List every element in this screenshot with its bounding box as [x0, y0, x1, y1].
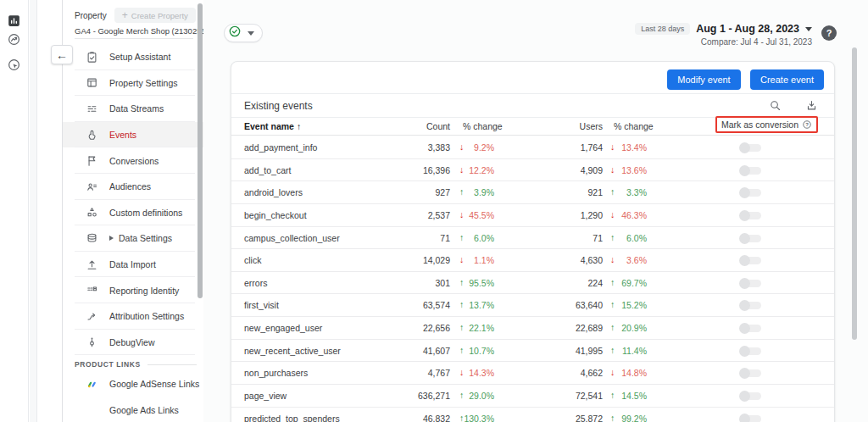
users-cell: 1,290	[581, 210, 603, 220]
users-change-cell: 3.6%	[626, 255, 647, 265]
sidebar-scrollbar[interactable]	[198, 3, 203, 298]
mark-as-conversion-toggle[interactable]	[739, 414, 761, 422]
sidebar-item-setup-assistant[interactable]: Setup Assistant	[63, 44, 203, 70]
users-change-arrow-icon: ↑	[610, 390, 615, 400]
users-change-arrow-icon: ↑	[610, 277, 615, 287]
menu-item-icon	[86, 232, 98, 245]
sidebar-item-debugview[interactable]: DebugView	[63, 330, 203, 356]
users-change-arrow-icon: ↑	[610, 322, 615, 332]
app-nav-rail	[0, 0, 29, 422]
sort-ascending-icon: ↑	[297, 121, 301, 131]
event-name-cell: page_view	[244, 391, 287, 401]
sidebar-item-reporting-identity[interactable]: Reporting Identity	[63, 277, 203, 303]
users-change-cell: 99.2%	[621, 414, 647, 422]
mark-as-conversion-toggle[interactable]	[739, 210, 761, 221]
modify-event-button[interactable]: Modify event	[667, 69, 741, 90]
reports-icon[interactable]	[7, 14, 21, 28]
product-links-menu: Google AdSense Links Google Ads Links	[63, 371, 203, 422]
mark-as-conversion-toggle[interactable]	[739, 165, 761, 176]
menu-item-label: Google AdSense Links	[109, 379, 199, 389]
count-change-arrow-icon: ↑	[459, 299, 464, 309]
count-cell: 2,537	[428, 210, 450, 220]
mark-as-conversion-toggle[interactable]	[739, 187, 761, 198]
sidebar-item-data-import[interactable]: Data Import	[63, 252, 203, 278]
menu-item-label: DebugView	[109, 337, 155, 347]
menu-item-icon	[86, 310, 98, 323]
sidebar-item-data-settings[interactable]: Data Settings	[63, 225, 203, 252]
sidebar-item-events[interactable]: Events	[63, 122, 203, 148]
table-row: click 14,029 ↓ 1.1% 4,630 ↓ 3.6%	[231, 249, 834, 272]
date-range-value: Aug 1 - Aug 28, 2023	[696, 23, 799, 35]
event-name-cell: click	[244, 255, 261, 265]
property-label: Property	[75, 11, 107, 20]
count-change-cell: 3.9%	[474, 187, 494, 197]
count-change-cell: 22.1%	[469, 323, 494, 333]
admin-sidebar: Property + Create Property GA4 - Google …	[63, 0, 203, 422]
menu-item-icon	[86, 103, 98, 115]
nav-rail-strip	[30, 0, 37, 422]
column-header-count-change: % change	[463, 121, 503, 131]
count-cell: 71	[440, 233, 450, 243]
sidebar-item-data-streams[interactable]: Data Streams	[63, 96, 203, 122]
count-cell: 22,656	[423, 323, 450, 333]
table-row: predicted_top_spenders 46,832 ↑ 130.3% 2…	[231, 408, 834, 422]
menu-item-icon	[86, 284, 98, 297]
property-status-dropdown[interactable]	[224, 24, 263, 42]
mark-as-conversion-toggle[interactable]	[739, 278, 761, 289]
users-change-arrow-icon: ↑	[610, 413, 615, 422]
mark-as-conversion-toggle[interactable]	[739, 346, 761, 357]
sidebar-menu: Setup Assistant Property Settings Data S…	[63, 44, 203, 355]
explore-icon[interactable]	[7, 32, 21, 47]
question-circle-icon[interactable]: ?	[802, 119, 812, 130]
count-cell: 41,607	[423, 346, 450, 356]
help-button[interactable]: ?	[821, 25, 837, 41]
sidebar-item-conversions[interactable]: Conversions	[63, 147, 203, 174]
toggle-knob	[739, 391, 750, 402]
table-title: Existing events	[244, 100, 313, 112]
mark-as-conversion-toggle[interactable]	[739, 233, 761, 244]
users-cell: 41,995	[576, 346, 603, 356]
table-row: add_payment_info 3,383 ↓ 9.2% 1,764 ↓ 13…	[231, 136, 834, 159]
count-change-arrow-icon: ↑	[459, 186, 464, 197]
count-change-cell: 1.1%	[474, 255, 494, 265]
sidebar-item-google-adsense-links[interactable]: Google AdSense Links	[63, 371, 203, 397]
sidebar-item-audiences[interactable]: Audiences	[63, 174, 203, 200]
mark-as-conversion-toggle[interactable]	[739, 255, 761, 266]
create-property-button[interactable]: + Create Property	[114, 8, 196, 23]
event-name-cell: campus_collection_user	[244, 233, 340, 243]
count-change-cell: 14.3%	[469, 368, 494, 378]
toggle-knob	[739, 278, 750, 289]
search-icon[interactable]	[769, 99, 782, 112]
count-change-arrow-icon: ↑	[459, 232, 464, 242]
users-cell: 4,909	[581, 165, 603, 175]
sidebar-item-custom-definitions[interactable]: Custom definitions	[63, 200, 203, 226]
create-event-button[interactable]: Create event	[750, 69, 824, 90]
sidebar-item-google-ads-links[interactable]: Google Ads Links	[63, 397, 203, 422]
date-range-picker[interactable]: Last 28 days Aug 1 - Aug 28, 2023 Compar…	[635, 23, 812, 47]
property-name[interactable]: GA4 - Google Merch Shop (213025502)	[75, 26, 217, 36]
mark-as-conversion-toggle[interactable]	[739, 391, 761, 402]
sidebar-item-property-settings[interactable]: Property Settings	[63, 70, 203, 97]
mark-as-conversion-toggle[interactable]	[739, 368, 761, 379]
event-name-cell: add_payment_info	[244, 142, 317, 153]
sidebar-item-attribution-settings[interactable]: Attribution Settings	[63, 303, 203, 330]
main-scrollbar[interactable]	[852, 47, 857, 340]
download-icon[interactable]	[805, 99, 818, 112]
mark-as-conversion-toggle[interactable]	[739, 323, 761, 334]
menu-item-icon	[86, 51, 98, 64]
property-divider	[75, 38, 193, 39]
table-row: first_visit 63,574 ↑ 13.7% 63,640 ↑ 15.2…	[231, 294, 834, 317]
mark-as-conversion-toggle[interactable]	[739, 300, 761, 311]
advertising-icon[interactable]	[7, 58, 21, 72]
mark-as-conversion-toggle[interactable]	[739, 142, 761, 153]
toggle-knob	[739, 165, 750, 176]
column-header-event-name[interactable]: Event name↑	[244, 121, 301, 131]
event-name-cell: first_visit	[244, 300, 279, 310]
users-change-arrow-icon: ↑	[610, 186, 615, 197]
count-change-cell: 9.2%	[474, 142, 494, 153]
collapse-admin-back-button[interactable]: ←	[51, 45, 73, 64]
users-change-cell: 13.6%	[621, 165, 647, 175]
users-change-arrow-icon: ↓	[610, 209, 615, 219]
users-cell: 224	[587, 278, 603, 288]
menu-item-label: Conversions	[109, 156, 159, 166]
